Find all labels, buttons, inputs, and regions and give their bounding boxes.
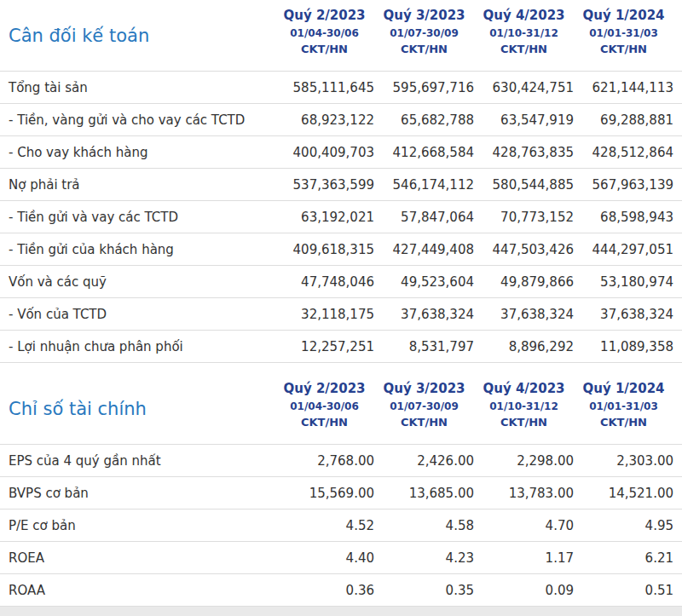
row-value: 630,424,751: [474, 80, 574, 95]
row-value: 537,363,599: [275, 177, 374, 193]
basis-label: CKT/HN: [275, 43, 374, 55]
row-value: 4.70: [474, 518, 574, 533]
financial-ratios-header-row: Chỉ số tài chính Quý 2/2023 01/04-30/06 …: [0, 373, 682, 445]
basis-label: CKT/HN: [474, 43, 574, 55]
row-value: 4.40: [275, 550, 374, 566]
basis-label: CKT/HN: [374, 417, 474, 428]
column-header-q3-2023: Quý 3/2023 01/07-30/09 CKT/HN: [374, 373, 474, 444]
row-value: 2,768.00: [275, 453, 374, 469]
period-label: 01/04-30/06: [275, 28, 374, 38]
table-row: - Lợi nhuận chưa phân phối 12,257,251 8,…: [0, 331, 682, 363]
row-value: 595,697,716: [374, 80, 474, 95]
basis-label: CKT/HN: [574, 417, 673, 428]
row-value: 0.51: [574, 583, 673, 598]
basis-label: CKT/HN: [374, 43, 474, 55]
row-value: 412,668,584: [374, 145, 474, 160]
column-header-q4-2023: Quý 4/2023 01/10-31/12 CKT/HN: [474, 0, 574, 71]
row-value: 447,503,426: [474, 242, 574, 257]
row-value: 1.17: [474, 550, 574, 566]
row-value: 37,638,324: [574, 307, 673, 322]
row-label: - Vốn của TCTD: [0, 307, 275, 322]
row-value: 37,638,324: [374, 307, 474, 322]
row-label: Vốn và các quỹ: [0, 274, 275, 290]
table-body: Tổng tài sản 585,111,645 595,697,716 630…: [0, 72, 682, 363]
row-value: 13,685.00: [374, 486, 474, 501]
row-value: 32,118,175: [275, 307, 374, 322]
row-value: 567,963,139: [574, 177, 673, 193]
period-label: 01/01-31/03: [574, 28, 673, 38]
table-row: - Tiền gửi và vay các TCTD 63,192,021 57…: [0, 201, 682, 233]
row-label: BVPS cơ bản: [0, 486, 275, 501]
quarter-label: Quý 4/2023: [474, 9, 574, 22]
row-value: 580,544,885: [474, 177, 574, 193]
row-value: 68,923,122: [275, 112, 374, 128]
row-value: 428,763,835: [474, 145, 574, 160]
table-row: ROEA 4.40 4.23 1.17 6.21: [0, 542, 682, 574]
row-label: - Tiền, vàng gửi và cho vay các TCTD: [0, 112, 275, 128]
basis-label: CKT/HN: [474, 417, 574, 428]
row-value: 0.36: [275, 583, 374, 598]
table-row: Tổng tài sản 585,111,645 595,697,716 630…: [0, 72, 682, 104]
basis-label: CKT/HN: [275, 417, 374, 428]
quarter-label: Quý 3/2023: [374, 9, 474, 22]
column-header-q4-2023: Quý 4/2023 01/10-31/12 CKT/HN: [474, 373, 574, 444]
table-row: - Tiền, vàng gửi và cho vay các TCTD 68,…: [0, 104, 682, 136]
table-row: EPS của 4 quý gần nhất 2,768.00 2,426.00…: [0, 445, 682, 477]
table-row: Nợ phải trả 537,363,599 546,174,112 580,…: [0, 169, 682, 201]
row-value: 11,089,358: [574, 339, 673, 354]
row-value: 49,523,604: [374, 274, 474, 290]
row-label: ROAA: [0, 583, 275, 598]
row-value: 14,521.00: [574, 486, 673, 501]
column-header-q1-2024: Quý 1/2024 01/01-31/03 CKT/HN: [574, 373, 673, 444]
row-value: 427,449,408: [374, 242, 474, 257]
period-label: 01/10-31/12: [474, 28, 574, 38]
column-header-q3-2023: Quý 3/2023 01/07-30/09 CKT/HN: [374, 0, 474, 71]
basis-label: CKT/HN: [574, 43, 673, 55]
row-value: 409,618,315: [275, 242, 374, 257]
row-value: 12,257,251: [275, 339, 374, 354]
quarter-label: Quý 1/2024: [574, 383, 673, 395]
row-value: 2,303.00: [574, 453, 673, 469]
row-value: 444,297,051: [574, 242, 673, 257]
column-header-q2-2023: Quý 2/2023 01/04-30/06 CKT/HN: [275, 0, 374, 71]
row-value: 63,547,919: [474, 112, 574, 128]
quarter-label: Quý 2/2023: [275, 9, 374, 22]
table-row: - Cho vay khách hàng 400,409,703 412,668…: [0, 136, 682, 169]
period-label: 01/01-31/03: [574, 401, 673, 412]
row-value: 546,174,112: [374, 177, 474, 193]
row-value: 63,192,021: [275, 210, 374, 225]
row-label: EPS của 4 quý gần nhất: [0, 453, 275, 469]
row-label: P/E cơ bản: [0, 518, 275, 533]
row-label: - Tiền gửi và vay các TCTD: [0, 210, 275, 225]
table-row: Vốn và các quỹ 47,748,046 49,523,604 49,…: [0, 266, 682, 298]
section-gap: [0, 363, 682, 373]
row-value: 8,531,797: [374, 339, 474, 354]
period-label: 01/10-31/12: [474, 401, 574, 412]
period-label: 01/07-30/09: [374, 28, 474, 38]
row-value: 6.21: [574, 550, 673, 566]
row-value: 4.58: [374, 518, 474, 533]
row-value: 585,111,645: [275, 80, 374, 95]
section-title-financial-ratios: Chỉ số tài chính: [0, 373, 275, 444]
row-value: 49,879,866: [474, 274, 574, 290]
row-value: 15,569.00: [275, 486, 374, 501]
row-value: 4.52: [275, 518, 374, 533]
row-value: 400,409,703: [275, 145, 374, 160]
table-row: ROAA 0.36 0.35 0.09 0.51: [0, 574, 682, 607]
row-value: 70,773,152: [474, 210, 574, 225]
column-header-q2-2023: Quý 2/2023 01/04-30/06 CKT/HN: [275, 373, 374, 444]
balance-sheet-table: Cân đối kế toán Quý 2/2023 01/04-30/06 C…: [0, 0, 682, 363]
row-label: - Tiền gửi của khách hàng: [0, 242, 275, 257]
quarter-label: Quý 3/2023: [374, 383, 474, 395]
row-value: 4.95: [574, 518, 673, 533]
row-value: 621,144,113: [574, 80, 673, 95]
footer-band: [0, 607, 682, 616]
balance-sheet-header-row: Cân đối kế toán Quý 2/2023 01/04-30/06 C…: [0, 0, 682, 72]
row-value: 0.35: [374, 583, 474, 598]
table-row: P/E cơ bản 4.52 4.58 4.70 4.95: [0, 509, 682, 542]
quarter-label: Quý 2/2023: [275, 383, 374, 395]
row-value: 2,298.00: [474, 453, 574, 469]
row-value: 8,896,292: [474, 339, 574, 354]
row-value: 68,598,943: [574, 210, 673, 225]
row-label: Nợ phải trả: [0, 177, 275, 193]
